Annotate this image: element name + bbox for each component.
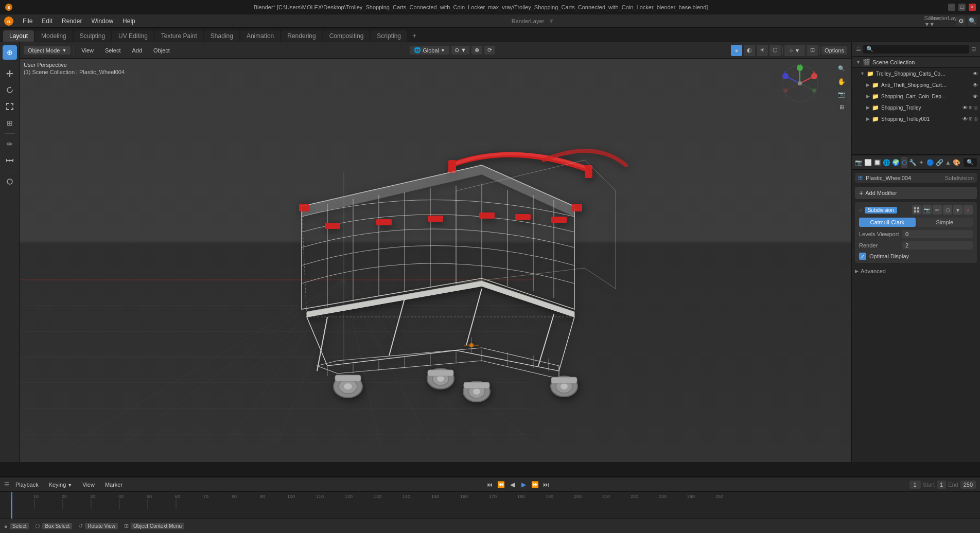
playback-menu[interactable]: Playback xyxy=(11,481,43,489)
object-mode-dropdown[interactable]: Object Mode ▼ xyxy=(24,46,71,55)
visibility-icon[interactable]: 👁 xyxy=(973,71,978,77)
viewport-view-menu[interactable]: View xyxy=(77,46,98,55)
modifier-editmode-btn[interactable]: ✏ xyxy=(933,205,942,215)
timeline-content[interactable]: 1 10 20 30 40 50 60 70 80 90 100 110 120… xyxy=(0,492,980,519)
prop-tab-particles[interactable]: ✦ xyxy=(918,157,924,168)
outliner-filter-icon[interactable]: ⊟ xyxy=(971,46,976,52)
prop-tab-view-layer[interactable]: 🔲 xyxy=(873,157,881,168)
reverse-play-btn[interactable]: ◀ xyxy=(507,479,517,490)
current-frame-input[interactable]: 1 xyxy=(909,481,921,489)
modifier-realtime-btn[interactable] xyxy=(912,205,921,215)
tab-scripting[interactable]: Scripting xyxy=(371,30,407,42)
move-tool[interactable] xyxy=(3,66,17,81)
start-frame-input[interactable]: 1 xyxy=(937,481,946,489)
outliner-item-anti-theft[interactable]: ▶ 📁 Anti_Theft_Shopping_Cart_Coin_Lock_S… xyxy=(852,79,980,91)
tab-compositing[interactable]: Compositing xyxy=(323,30,370,42)
tab-texture-paint[interactable]: Texture Paint xyxy=(155,30,203,42)
jump-end-btn[interactable]: ⏭ xyxy=(541,479,551,490)
prop-tab-modifier[interactable]: 🔧 xyxy=(909,157,917,168)
tab-animation[interactable]: Animation xyxy=(240,30,280,42)
proportional-editing[interactable]: ⊗ xyxy=(471,46,482,55)
maximize-button[interactable]: □ xyxy=(958,4,966,11)
prop-tab-object[interactable]: ⬡ xyxy=(901,157,907,168)
next-frame-btn[interactable]: ⏩ xyxy=(530,479,540,490)
snap-toggle[interactable]: ⊙ ▼ xyxy=(451,46,469,55)
prev-frame-btn[interactable]: ⏪ xyxy=(496,479,506,490)
add-modifier-button[interactable]: + Add Modifier xyxy=(855,187,977,199)
levels-viewport-input[interactable]: 0 xyxy=(902,230,973,238)
blender-logo-menu[interactable]: B xyxy=(3,15,14,27)
global-space-toggle[interactable]: 🌐 Global ▼ xyxy=(410,46,449,55)
tab-modeling[interactable]: Modeling xyxy=(35,30,73,42)
add-primitive-tool[interactable] xyxy=(3,174,17,189)
viewport-shading-solid[interactable]: ● xyxy=(731,45,742,56)
modifier-oncage-btn[interactable]: ⬡ xyxy=(943,205,952,215)
marker-menu[interactable]: Marker xyxy=(101,481,127,489)
menu-help[interactable]: Help xyxy=(118,16,139,26)
vis-icon-5[interactable]: 👁 xyxy=(962,116,968,122)
outliner-item-deposit[interactable]: ▶ 📁 Shopping_Cart_Coin_Deposit_System 👁 xyxy=(852,91,980,102)
viewport-select-menu[interactable]: Select xyxy=(101,46,125,55)
cursor-tool[interactable]: ⊕ xyxy=(3,45,17,60)
timeline-menu-icon[interactable]: ☰ xyxy=(4,481,9,488)
prop-tab-world[interactable]: 🌍 xyxy=(892,157,900,168)
menu-edit[interactable]: Edit xyxy=(38,16,57,26)
tab-uv-editing[interactable]: UV Editing xyxy=(112,30,154,42)
viewport-shading-rendered[interactable]: ☀ xyxy=(757,45,768,56)
vis-icon-3[interactable]: 👁 xyxy=(973,94,978,99)
viewport-object-menu[interactable]: Object xyxy=(149,46,174,55)
outliner-item-trolley[interactable]: ▶ 📁 Shopping_Trolley 👁 ⊞ ◎ xyxy=(852,102,980,113)
menu-render[interactable]: Render xyxy=(58,16,86,26)
modifier-expand-btn[interactable]: ▼ xyxy=(953,205,962,215)
zoom-in-icon[interactable]: 🔍 xyxy=(836,63,847,74)
tab-sculpting[interactable]: Sculpting xyxy=(74,30,111,42)
prop-tab-physics[interactable]: 🔵 xyxy=(926,157,934,168)
vis-icon-4[interactable]: 👁 xyxy=(962,105,968,111)
menu-file[interactable]: File xyxy=(19,16,37,26)
header-icon-1[interactable]: ⚙ xyxy=(956,16,966,26)
xray-toggle[interactable]: ⊡ xyxy=(807,45,818,56)
minimize-button[interactable]: − xyxy=(948,4,955,11)
modifier-enable-icon[interactable]: ○ xyxy=(859,207,863,213)
play-btn[interactable]: ▶ xyxy=(518,479,529,490)
options-button[interactable]: Options xyxy=(821,46,847,55)
modifier-render-btn[interactable]: 📷 xyxy=(922,205,932,215)
prop-tab-data[interactable]: ▲ xyxy=(945,157,951,168)
viewport-add-menu[interactable]: Add xyxy=(128,46,147,55)
optimal-display-checkbox[interactable]: ✓ xyxy=(859,253,866,260)
outliner-item-trolley001[interactable]: ▶ 📁 Shopping_Trolley001 👁 ⊞ ◎ xyxy=(852,113,980,125)
end-frame-input[interactable]: 250 xyxy=(960,481,976,489)
render-layer-select[interactable]: RenderLayer ▼ xyxy=(940,15,951,27)
close-button[interactable]: × xyxy=(969,4,976,11)
prop-tab-material[interactable]: 🎨 xyxy=(953,157,960,168)
jump-start-btn[interactable]: ⏮ xyxy=(484,479,495,490)
outliner-item-main-collection[interactable]: ▼ 📁 Trolley_Shopping_Carts_Connected_wit… xyxy=(852,68,980,79)
props-search-field[interactable]: 🔍 xyxy=(964,158,977,167)
viewport-shading-material[interactable]: ◐ xyxy=(744,45,755,56)
timeline-view-menu[interactable]: View xyxy=(78,481,99,489)
tab-layout[interactable]: Layout xyxy=(3,30,34,42)
tab-rendering[interactable]: Rendering xyxy=(281,30,322,42)
prop-tab-render[interactable]: 📷 xyxy=(855,157,863,168)
scale-tool[interactable] xyxy=(3,99,17,114)
transform-pivot[interactable]: ⟳ xyxy=(484,46,495,55)
modifier-close-btn[interactable]: × xyxy=(964,205,973,215)
prop-tab-constraints[interactable]: 🔗 xyxy=(936,157,943,168)
annotate-tool[interactable]: ✏ xyxy=(3,137,17,151)
window-controls[interactable]: − □ × xyxy=(948,4,976,11)
ortho-toggle-icon[interactable]: ⊞ xyxy=(836,101,847,113)
transform-tool[interactable]: ⊞ xyxy=(3,116,17,130)
vis-icon-2[interactable]: 👁 xyxy=(973,82,978,88)
rotate-tool[interactable] xyxy=(3,83,17,97)
camera-view-icon[interactable]: 📷 xyxy=(836,88,847,100)
prop-tab-scene[interactable]: 🌐 xyxy=(883,157,890,168)
viewport-gizmo[interactable]: X Y Z xyxy=(779,63,820,104)
overlay-toggle[interactable]: ○ ▼ xyxy=(784,45,805,56)
tab-shading[interactable]: Shading xyxy=(204,30,239,42)
outliner-search[interactable]: 🔍 xyxy=(863,45,969,54)
measure-tool[interactable] xyxy=(3,153,17,168)
menu-window[interactable]: Window xyxy=(87,16,117,26)
keying-menu[interactable]: Keying ▼ xyxy=(45,481,77,489)
viewport-shading-wireframe[interactable]: ⬡ xyxy=(769,45,781,56)
prop-tab-output[interactable]: ⬜ xyxy=(864,157,872,168)
